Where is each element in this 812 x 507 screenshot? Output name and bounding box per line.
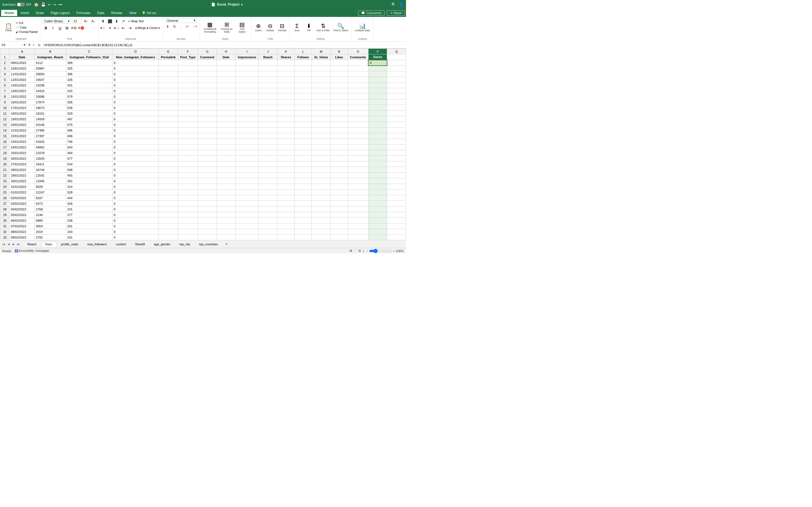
fill-color-button[interactable]: A🎨 xyxy=(71,25,77,31)
tab-last-button[interactable]: ▶| xyxy=(16,242,21,246)
format-as-table-button[interactable]: ⊞ Format as Table xyxy=(219,21,235,34)
paste-button[interactable]: 📋 Paste xyxy=(3,22,14,33)
cell-L8[interactable] xyxy=(295,94,312,100)
accessibility-text[interactable]: Accessibility: Investigate xyxy=(18,249,49,252)
cell-J24[interactable] xyxy=(259,184,277,189)
cell-O8[interactable] xyxy=(348,94,368,100)
cell-Q3[interactable] xyxy=(387,66,406,71)
cell-I4[interactable] xyxy=(236,71,259,77)
cell-P6[interactable] xyxy=(368,82,387,88)
cell-J9[interactable] xyxy=(259,100,277,105)
cell-K3[interactable] xyxy=(277,66,295,71)
cell-A31[interactable]: 07/02/2022 xyxy=(10,223,35,229)
cell-A26[interactable]: 02/02/2022 xyxy=(10,195,35,201)
cell-J26[interactable] xyxy=(259,195,277,201)
cell-H30[interactable] xyxy=(216,218,236,223)
cell-M8[interactable] xyxy=(312,94,331,100)
cell-B8[interactable]: 33086 xyxy=(35,94,66,100)
cell-O14[interactable] xyxy=(348,128,368,133)
cell-D6[interactable]: 0 xyxy=(112,82,159,88)
cell-N19[interactable] xyxy=(331,156,348,161)
col-header-L[interactable]: L xyxy=(295,49,312,54)
cell-K17[interactable] xyxy=(277,145,295,150)
cell-M26[interactable] xyxy=(312,195,331,201)
cell-N13[interactable] xyxy=(331,122,348,128)
cell-G26[interactable] xyxy=(198,195,217,201)
tab-review[interactable]: Review xyxy=(108,10,125,16)
cell-A30[interactable]: 06/02/2022 xyxy=(10,218,35,223)
cell-L23[interactable] xyxy=(295,178,312,184)
cell-O13[interactable] xyxy=(348,122,368,128)
cell-Q32[interactable] xyxy=(387,229,406,235)
cell-Q12[interactable] xyxy=(387,116,406,122)
cell-D23[interactable]: 0 xyxy=(112,178,159,184)
cell-I10[interactable] xyxy=(236,105,259,111)
cell-K13[interactable] xyxy=(277,122,295,128)
cell-D33[interactable]: 0 xyxy=(112,235,159,240)
cell-N6[interactable] xyxy=(331,82,348,88)
cell-L11[interactable] xyxy=(295,111,312,116)
undo-icon[interactable]: ↩ xyxy=(48,3,51,7)
cell-F23[interactable] xyxy=(178,178,198,184)
cell-N14[interactable] xyxy=(331,128,348,133)
cell-Q28[interactable] xyxy=(387,207,406,212)
cell-P8[interactable] xyxy=(368,94,387,100)
cell-N11[interactable] xyxy=(331,111,348,116)
cell-E11[interactable] xyxy=(159,111,178,116)
cell-G12[interactable] xyxy=(198,116,217,122)
cell-Q15[interactable] xyxy=(387,133,406,139)
cell-Q26[interactable] xyxy=(387,195,406,201)
cell-C7[interactable]: 415 xyxy=(66,88,112,94)
cell-L15[interactable] xyxy=(295,133,312,139)
cell-J31[interactable] xyxy=(259,223,277,229)
cell-P19[interactable] xyxy=(368,156,387,161)
cell-A12[interactable]: 19/01/2022 xyxy=(10,116,35,122)
cell-B28[interactable]: 2768 xyxy=(35,207,66,212)
sheet-tab-content[interactable]: content xyxy=(112,241,130,247)
cell-P28[interactable] xyxy=(368,207,387,212)
merge-centre-button[interactable]: ⊟ Merge & Centre ▾ xyxy=(134,25,161,31)
cell-D32[interactable]: 0 xyxy=(112,229,159,235)
comments-button[interactable]: 💬 Comments xyxy=(358,10,384,16)
cell-N7[interactable] xyxy=(331,88,348,94)
align-right-button[interactable]: ≡→ xyxy=(114,25,120,31)
cell-D7[interactable]: 0 xyxy=(112,88,159,94)
cell-B9[interactable]: 17874 xyxy=(35,100,66,105)
cell-D3[interactable]: 0 xyxy=(112,66,159,71)
cell-D4[interactable]: 0 xyxy=(112,71,159,77)
cell-C33[interactable]: 201 xyxy=(66,235,112,240)
cell-B31[interactable]: 3054 xyxy=(35,223,66,229)
cell-A15[interactable]: 22/01/2022 xyxy=(10,133,35,139)
cell-F28[interactable] xyxy=(178,207,198,212)
cell-M13[interactable] xyxy=(312,122,331,128)
cell-A18[interactable]: 25/01/2022 xyxy=(10,150,35,156)
cell-B12[interactable]: 14928 xyxy=(35,116,66,122)
cell-P29[interactable] xyxy=(368,212,387,218)
cell-C15[interactable]: 606 xyxy=(66,133,112,139)
cell-Q23[interactable] xyxy=(387,178,406,184)
cell-B20[interactable]: 16411 xyxy=(35,161,66,167)
cell-P13[interactable] xyxy=(368,122,387,128)
cell-K28[interactable] xyxy=(277,207,295,212)
cell-E31[interactable] xyxy=(159,223,178,229)
number-format-selector[interactable]: General ▾ xyxy=(166,18,197,23)
cell-O17[interactable] xyxy=(348,145,368,150)
cell-L12[interactable] xyxy=(295,116,312,122)
cell-H4[interactable] xyxy=(216,71,236,77)
cell-K21[interactable] xyxy=(277,167,295,173)
cell-I13[interactable] xyxy=(236,122,259,128)
tab-draw[interactable]: Draw xyxy=(33,10,47,16)
cell-E22[interactable] xyxy=(159,173,178,178)
header-L1[interactable]: Follows xyxy=(295,54,312,60)
cell-G18[interactable] xyxy=(198,150,217,156)
cell-C29[interactable]: 277 xyxy=(66,212,112,218)
cell-A32[interactable]: 08/02/2022 xyxy=(10,229,35,235)
cell-I33[interactable] xyxy=(236,235,259,240)
cell-E27[interactable] xyxy=(159,201,178,207)
cell-D11[interactable]: 0 xyxy=(112,111,159,116)
cell-H10[interactable] xyxy=(216,105,236,111)
cell-E26[interactable] xyxy=(159,195,178,201)
cell-Q20[interactable] xyxy=(387,161,406,167)
cell-D8[interactable]: 0 xyxy=(112,94,159,100)
cell-K23[interactable] xyxy=(277,178,295,184)
